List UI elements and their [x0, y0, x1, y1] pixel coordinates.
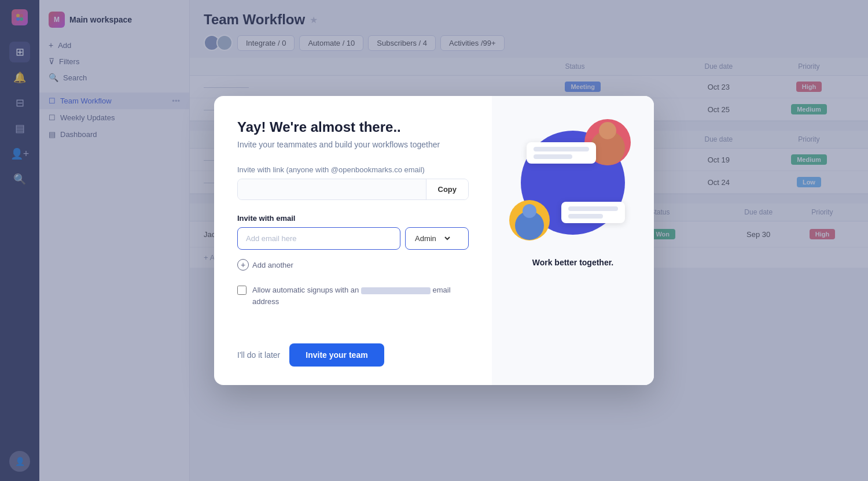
auto-signup-label: Allow automatic signups with an email ad…	[252, 284, 469, 307]
role-select-wrapper[interactable]: Admin Member Guest	[405, 227, 469, 250]
chat-line	[568, 206, 618, 211]
invite-modal: Yay! We're almost there.. Invite your te…	[214, 96, 654, 385]
modal-right-panel: Work better together.	[492, 96, 654, 385]
illustration-tagline: Work better together.	[532, 258, 614, 267]
chat-bubble-1	[527, 142, 596, 164]
invite-link-row: Copy	[237, 179, 469, 200]
email-row: Admin Member Guest	[237, 227, 469, 250]
illus-person-2	[509, 200, 550, 240]
add-another-icon: +	[237, 259, 249, 271]
modal-title: Yay! We're almost there..	[237, 119, 469, 135]
chat-bubble-2	[561, 202, 625, 223]
invite-link-input[interactable]	[238, 179, 426, 199]
invite-link-label: Invite with link (anyone with @openbookm…	[237, 165, 469, 174]
invite-email-label: Invite with email	[237, 214, 469, 223]
illustration	[509, 119, 637, 246]
modal-overlay: Yay! We're almost there.. Invite your te…	[0, 0, 868, 481]
invite-button[interactable]: Invite your team	[289, 343, 384, 367]
chat-line	[568, 214, 603, 219]
role-select[interactable]: Admin Member Guest	[413, 234, 452, 243]
modal-subtitle: Invite your teammates and build your wor…	[237, 140, 469, 149]
email-input[interactable]	[237, 227, 400, 250]
modal-actions: I'll do it later Invite your team	[237, 343, 469, 367]
auto-signup-checkbox[interactable]	[237, 286, 247, 295]
skip-button[interactable]: I'll do it later	[237, 350, 280, 360]
auto-signup-row: Allow automatic signups with an email ad…	[237, 284, 469, 307]
add-another-button[interactable]: + Add another	[237, 257, 469, 273]
copy-button[interactable]: Copy	[426, 179, 469, 199]
chat-line	[534, 154, 572, 159]
blurred-domain	[361, 287, 431, 294]
add-another-label: Add another	[252, 261, 293, 269]
chat-line	[534, 147, 589, 151]
modal-left-panel: Yay! We're almost there.. Invite your te…	[214, 96, 492, 385]
